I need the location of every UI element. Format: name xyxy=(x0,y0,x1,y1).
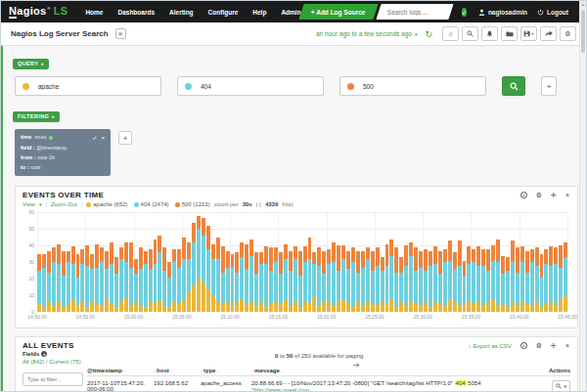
chart-bar[interactable] xyxy=(409,212,413,312)
legend-item-500[interactable]: 500 (1213) xyxy=(175,201,210,207)
chart-bar[interactable] xyxy=(506,212,510,312)
chart-bar[interactable] xyxy=(57,212,61,312)
chart-bar[interactable] xyxy=(279,212,283,312)
chart-bar[interactable] xyxy=(274,212,278,312)
add-query-button[interactable]: + xyxy=(541,76,557,96)
chart-bar[interactable] xyxy=(52,212,56,312)
configure-button[interactable]: ⚙ xyxy=(560,26,576,41)
column-header-host[interactable]: ‹ host › xyxy=(154,368,201,373)
chart-bar[interactable] xyxy=(105,212,109,312)
chart-bar[interactable] xyxy=(476,212,480,312)
chart-bar[interactable] xyxy=(530,212,534,312)
chart-bar[interactable] xyxy=(424,212,428,312)
chart-bar[interactable] xyxy=(119,212,123,312)
chart-bar[interactable] xyxy=(564,212,567,312)
query-color-dot[interactable] xyxy=(185,83,192,90)
chart-bar[interactable] xyxy=(240,212,244,312)
chart-bar[interactable] xyxy=(463,212,467,312)
nav-item-home[interactable]: Home xyxy=(85,9,103,16)
nagios-logo[interactable]: Nagios®LS xyxy=(9,5,68,19)
filter-enabled-icon[interactable] xyxy=(49,136,53,140)
share-button[interactable] xyxy=(540,26,557,41)
chart-bar[interactable] xyxy=(177,212,181,312)
chart-bar[interactable] xyxy=(95,212,99,312)
logout-button[interactable]: Logout xyxy=(537,9,568,16)
chart-bar[interactable] xyxy=(554,212,558,312)
chart-bar[interactable] xyxy=(110,212,113,312)
chart-bar[interactable] xyxy=(129,212,133,312)
chart-bar[interactable] xyxy=(376,212,380,312)
chart-bar[interactable] xyxy=(259,212,263,312)
chart-bar[interactable] xyxy=(85,212,89,312)
chart-bar[interactable] xyxy=(114,212,118,312)
nav-item-admin[interactable]: Admin xyxy=(281,9,300,16)
chart-bar[interactable] xyxy=(42,212,46,312)
chart-bar[interactable] xyxy=(317,212,321,312)
query-input-2[interactable] xyxy=(361,82,478,91)
fields-all-link[interactable]: All (842) xyxy=(23,359,44,365)
chart-bar[interactable] xyxy=(346,212,350,312)
chart-bar[interactable] xyxy=(535,212,539,312)
chart-bar[interactable] xyxy=(520,212,524,312)
fields-settings-icon[interactable]: ● xyxy=(41,351,47,357)
chart-bar[interactable] xyxy=(202,212,205,312)
scroll-up-icon[interactable]: ▲ xyxy=(580,1,586,9)
chart-bar[interactable] xyxy=(249,212,253,312)
chart-bar[interactable] xyxy=(486,212,490,312)
chart-bar[interactable] xyxy=(206,212,210,312)
chart-bar[interactable] xyxy=(448,212,452,312)
export-csv-link[interactable]: ↓ Export as CSV xyxy=(468,343,511,349)
zoom-out-link[interactable]: Zoom Out xyxy=(51,201,77,207)
chart-bar[interactable] xyxy=(366,212,370,312)
chart-bar[interactable] xyxy=(361,212,365,312)
chart-bar[interactable] xyxy=(540,212,544,312)
chart-bar[interactable] xyxy=(47,212,51,312)
status-ok-icon[interactable]: ✓ xyxy=(462,8,467,17)
remove-filter-icon[interactable]: × xyxy=(101,133,105,144)
chart-bar[interactable] xyxy=(67,212,70,312)
save-button[interactable]: ▾ xyxy=(520,26,537,41)
close-tab-button[interactable]: × xyxy=(115,28,126,39)
move-panel-icon[interactable]: ✛ xyxy=(551,342,557,349)
chart-bar[interactable] xyxy=(481,212,485,312)
search-logs-input[interactable] xyxy=(385,8,444,17)
chart-bar[interactable] xyxy=(245,212,248,312)
nav-item-dashboards[interactable]: Dashboards xyxy=(117,9,155,16)
chart-bar[interactable] xyxy=(289,212,293,312)
chart-bar[interactable] xyxy=(158,212,161,312)
vertical-scrollbar[interactable]: ▲ xyxy=(579,1,586,391)
alert-button[interactable] xyxy=(481,26,498,41)
chart-bar[interactable] xyxy=(429,212,432,312)
chart-bar[interactable] xyxy=(414,212,418,312)
chart-bar[interactable] xyxy=(308,212,312,312)
add-filter-button[interactable]: + xyxy=(118,131,132,145)
column-header-type[interactable]: ‹ type › xyxy=(201,368,251,373)
chart-bar[interactable] xyxy=(221,212,225,312)
user-menu[interactable]: nagiosadmin xyxy=(478,9,527,16)
load-button[interactable] xyxy=(501,26,518,41)
view-menu[interactable]: View xyxy=(23,201,35,207)
chart-bar[interactable] xyxy=(404,212,408,312)
legend-item-apache[interactable]: apache (652) xyxy=(86,201,127,207)
chart-bar[interactable] xyxy=(264,212,268,312)
gear-icon[interactable]: ⚙ xyxy=(536,192,542,198)
fields-current-link[interactable]: Current (75) xyxy=(49,359,80,365)
chart-bar[interactable] xyxy=(337,212,340,312)
run-search-button[interactable] xyxy=(502,76,525,96)
chart-bar[interactable] xyxy=(394,212,398,312)
move-panel-icon[interactable]: ✛ xyxy=(551,192,557,198)
chart-bar[interactable] xyxy=(231,212,235,312)
chart-bar[interactable] xyxy=(100,212,104,312)
chart-bar[interactable] xyxy=(453,212,457,312)
nav-item-configure[interactable]: Configure xyxy=(208,9,239,16)
chart-bar[interactable] xyxy=(124,212,128,312)
chart-bar[interactable] xyxy=(76,212,80,312)
chart-bar[interactable] xyxy=(438,212,442,312)
chart-bar[interactable] xyxy=(467,212,471,312)
chart-bar[interactable] xyxy=(371,212,375,312)
chart-bar[interactable] xyxy=(549,212,553,312)
chart-bar[interactable] xyxy=(332,212,336,312)
chart-bar[interactable] xyxy=(433,212,437,312)
refresh-icon[interactable]: ↻ xyxy=(425,29,432,39)
chart-bar[interactable] xyxy=(269,212,273,312)
